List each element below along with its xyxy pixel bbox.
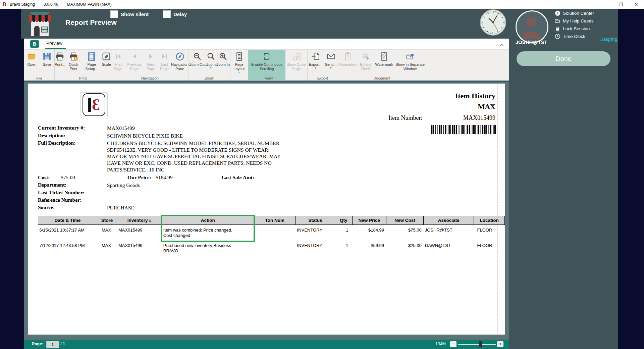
table-cell: $59.99 [352, 240, 386, 256]
save-icon [43, 51, 51, 61]
delay-checkbox[interactable] [163, 10, 171, 18]
lock-icon [554, 26, 560, 32]
save-button[interactable]: Save [43, 50, 51, 75]
table-cell: $25.00 [386, 240, 424, 256]
quick-print-button[interactable]: Quick Print [65, 50, 82, 75]
page-layout-button[interactable]: Page Layout ▾ [231, 50, 248, 75]
next-page-icon [147, 51, 155, 61]
user-menu: ? Solution Center My Help Cases Lock Ses… [554, 9, 594, 40]
watermark-button[interactable]: Watermark [374, 50, 394, 75]
page-setup-button[interactable]: Page Setup... [82, 50, 102, 75]
ribbon-group-print: Print... Quick Print [55, 50, 111, 81]
folder-icon [554, 18, 560, 24]
scale-button[interactable]: Scale [102, 50, 111, 75]
zoom-minus-button[interactable]: − [450, 341, 457, 347]
menu-item-solution-center[interactable]: ? Solution Center [554, 9, 594, 17]
report-preview-panel: Preview Open [24, 39, 509, 349]
group-label-file: File [24, 76, 54, 80]
zoom-plus-button[interactable]: + [497, 341, 503, 347]
zoom-button[interactable]: Zoom ▾ [206, 50, 216, 75]
open-button[interactable]: Open [27, 50, 37, 75]
ribbon-group-zoom: Zoom Out Zoom ▾ Zoo [189, 50, 230, 81]
show-cover-page-button: Show Cover Page [286, 50, 307, 75]
storefront-icon [27, 12, 53, 38]
column-header: Inventory # [117, 216, 162, 225]
done-button[interactable]: Done [517, 51, 610, 66]
open-folder-icon [27, 51, 37, 61]
column-header: Associate [424, 216, 474, 225]
table-row: 7/12/2017 12:43:58 PMMAXMAX015499Purchas… [38, 240, 505, 256]
item-number-label: Item Number: [388, 114, 422, 121]
field-label: Current Inventory #: [38, 125, 85, 131]
resize-grip[interactable]: ⋰ [504, 344, 508, 348]
last-ticket-label: Last Ticket Number: [38, 190, 85, 196]
store-name: MAXIMUM PAWN (MAX) [67, 2, 111, 7]
previous-page-icon [130, 51, 139, 61]
show-in-separate-window-button[interactable]: Show in Separate Window [394, 50, 426, 75]
zoom-slider-track[interactable] [458, 344, 496, 345]
username: JOSHR@TST [511, 39, 552, 45]
send-icon [326, 51, 335, 61]
zoom-out-icon [193, 51, 202, 61]
our-price-value: $184.99 [156, 174, 172, 181]
collapse-ribbon-icon[interactable] [500, 42, 504, 48]
column-header: Date & Time [38, 216, 97, 225]
ribbon-group-navigation: First Page Previous Page Next Page [111, 50, 189, 81]
send-button[interactable]: Send... ▾ [325, 50, 337, 75]
last-page-button: Last Page [158, 50, 171, 75]
margin-guide [28, 84, 505, 84]
watermark-icon [380, 51, 388, 61]
navigation-pane-button[interactable]: Navigation Pane [171, 50, 189, 75]
menu-item-lock-session[interactable]: Lock Session [554, 25, 594, 33]
export-button[interactable]: Export... ▾ [309, 50, 323, 75]
bravo-logo-icon: B [3, 2, 6, 7]
table-cell: JOSHR@TST [424, 225, 474, 241]
avatar[interactable] [516, 10, 548, 43]
table-cell: INVENTORY [296, 225, 335, 241]
zoom-out-button[interactable]: Zoom Out [189, 50, 206, 75]
app-name: Bravo Staging [10, 2, 35, 7]
print-button[interactable]: Print... [55, 50, 65, 75]
delay-label: Delay [173, 11, 187, 17]
table-cell: $184.99 [352, 225, 386, 241]
document-viewport[interactable]: 3 Item History MAX Item Number: MAX01549… [24, 82, 509, 340]
zoom-percent: 134% [435, 342, 446, 346]
titlebar: B Bravo Staging 3.0.0.46 MAXIMUM PAWN (M… [0, 0, 644, 9]
table-cell: $75.00 [386, 225, 424, 241]
zoom-in-button[interactable]: Zoom In [216, 50, 230, 75]
ribbon-group-file: Open Save File [24, 50, 55, 81]
close-button[interactable]: ✕ [629, 0, 644, 9]
menu-item-time-clock[interactable]: Time Clock [554, 33, 594, 40]
minimize-button[interactable]: – [598, 0, 613, 9]
show-silent-checkbox[interactable] [110, 10, 118, 18]
table-cell [254, 225, 296, 241]
our-price-label: Our Price: [127, 174, 151, 181]
first-page-icon [114, 51, 122, 61]
zoom-slider-thumb[interactable] [479, 341, 482, 347]
field-label: Description: [38, 133, 65, 139]
page-setup-icon [88, 51, 96, 61]
page-title: Report Preview [65, 18, 117, 27]
previous-page-button: Previous Page [125, 50, 144, 75]
restore-button[interactable]: ❐ [613, 0, 629, 9]
menu-item-my-help-cases[interactable]: My Help Cases [554, 17, 594, 25]
department-label: Department: [38, 182, 66, 188]
editing-fields-button: Editing Fields [358, 50, 374, 75]
enable-continuous-scrolling-button[interactable]: Enable Continuous Scrolling [248, 50, 285, 80]
table-cell: MAX015499 [117, 240, 162, 256]
report-page: 3 Item History MAX Item Number: MAX01549… [28, 84, 505, 335]
app-menu-button[interactable] [30, 40, 39, 48]
zoom-icon [207, 51, 215, 61]
group-label-zoom: Zoom [189, 76, 230, 80]
dropdown-arrow-icon: ▾ [238, 71, 240, 73]
last-sale-label: Last Sale Amt: [221, 174, 254, 181]
tab-preview[interactable]: Preview [46, 41, 62, 46]
column-header: Store [97, 216, 117, 225]
reference-label: Reference Number: [38, 197, 82, 203]
dropdown-arrow-icon: ▾ [330, 67, 331, 69]
page-input[interactable] [46, 341, 59, 348]
table-cell: 7/12/2017 12:43:58 PM [38, 240, 97, 256]
cost-label: Cost: [38, 174, 50, 181]
clock-icon [554, 34, 560, 40]
ribbon-group-view: Page Layout ▾ Enable Continuous Scrollin… [230, 50, 308, 81]
